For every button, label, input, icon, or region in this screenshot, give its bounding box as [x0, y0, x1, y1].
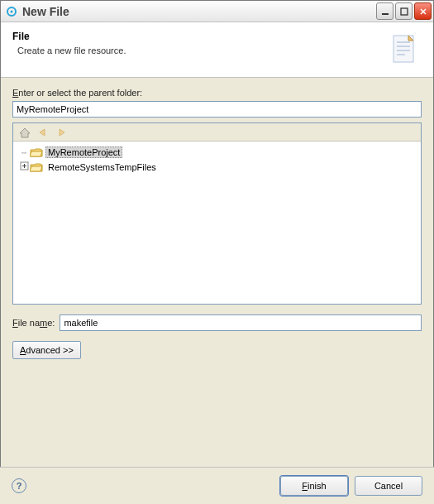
tree-item-remotesystemstempfiles[interactable]: RemoteSystemsTempFiles — [15, 160, 419, 175]
help-icon[interactable]: ? — [12, 478, 26, 493]
svg-rect-2 — [382, 13, 389, 15]
parent-folder-label: Enter or select the parent folder: — [12, 88, 422, 98]
filename-input[interactable] — [60, 314, 422, 331]
tree-item-label: MyRemoteProject — [45, 146, 122, 158]
button-bar: ? Finish Cancel — [0, 467, 434, 504]
banner-title: File — [12, 31, 379, 42]
back-icon[interactable] — [36, 126, 50, 139]
svg-rect-3 — [401, 8, 408, 15]
tree-toolbar — [13, 123, 421, 142]
cancel-button[interactable]: Cancel — [355, 476, 422, 496]
finish-button[interactable]: Finish — [280, 476, 348, 496]
folder-open-icon — [30, 161, 43, 173]
svg-marker-13 — [40, 129, 45, 136]
minimize-button[interactable] — [376, 2, 393, 20]
filename-input-wrap — [60, 314, 422, 331]
filename-label: File name: — [12, 318, 55, 328]
folder-open-icon — [30, 146, 43, 158]
window-title: New File — [22, 5, 374, 18]
tree-body: ⋯ MyRemoteProject RemoteSystemsTempFiles — [13, 142, 421, 178]
svg-marker-14 — [60, 129, 64, 136]
close-button[interactable] — [414, 2, 432, 20]
banner-subtitle: Create a new file resource. — [12, 46, 379, 55]
maximize-button[interactable] — [395, 2, 413, 20]
app-icon — [6, 6, 17, 17]
filename-row: File name: — [12, 314, 422, 331]
home-icon[interactable] — [18, 126, 31, 139]
new-file-icon — [385, 31, 422, 67]
wizard-content: Enter or select the parent folder: ⋯ MyR… — [1, 78, 433, 366]
tree-item-myremoteproject[interactable]: ⋯ MyRemoteProject — [15, 145, 419, 160]
banner-text: File Create a new file resource. — [12, 31, 379, 67]
svg-marker-12 — [20, 128, 30, 137]
expand-icon[interactable] — [18, 161, 30, 173]
forward-icon[interactable] — [55, 126, 68, 139]
folder-tree[interactable]: ⋯ MyRemoteProject RemoteSystemsTempFiles — [12, 122, 422, 305]
svg-point-1 — [11, 10, 13, 12]
tree-line: ⋯ — [18, 147, 30, 158]
wizard-banner: File Create a new file resource. — [1, 22, 433, 78]
titlebar: New File — [1, 1, 433, 22]
parent-folder-input[interactable] — [12, 101, 422, 118]
tree-item-label: RemoteSystemsTempFiles — [45, 161, 159, 173]
advanced-button[interactable]: Advanced >> — [12, 341, 81, 359]
